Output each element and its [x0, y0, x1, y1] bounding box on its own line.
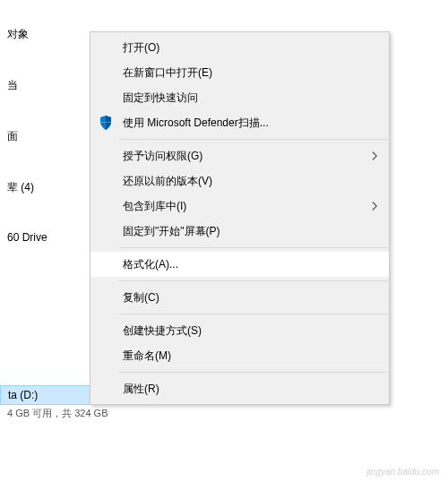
menu-item-label: 在新窗口中打开(E): [123, 65, 362, 81]
watermark: jingyan.baidu.com: [366, 467, 439, 477]
menu-item-label: 重命名(M): [123, 349, 362, 364]
chevron-right-icon: [372, 151, 378, 161]
menu-separator: [119, 372, 388, 373]
menu-separator: [119, 139, 388, 140]
menu-item[interactable]: 重命名(M): [90, 343, 389, 368]
menu-separator: [119, 247, 388, 248]
menu-item[interactable]: 创建快捷方式(S): [90, 318, 389, 343]
menu-separator: [119, 280, 388, 281]
menu-item[interactable]: 固定到快速访问: [90, 85, 389, 110]
context-menu: 打开(O)在新窗口中打开(E)固定到快速访问 使用 Microsoft Defe…: [90, 31, 390, 405]
menu-item[interactable]: 固定到"开始"屏幕(P): [90, 219, 389, 244]
menu-item-label: 固定到"开始"屏幕(P): [123, 224, 362, 239]
drive-storage-info: 4 GB 可用，共 324 GB: [0, 405, 202, 422]
shield-icon: [98, 115, 114, 131]
menu-item-label: 属性(R): [123, 382, 362, 397]
menu-item-label: 包含到库中(I): [123, 199, 362, 214]
menu-item-label: 固定到快速访问: [123, 90, 362, 106]
menu-item[interactable]: 属性(R): [90, 376, 389, 401]
menu-item[interactable]: 复制(C): [90, 285, 389, 310]
menu-item[interactable]: 使用 Microsoft Defender扫描...: [90, 110, 389, 135]
menu-separator: [119, 314, 388, 314]
menu-item[interactable]: 格式化(A)...: [90, 252, 389, 277]
menu-item-label: 格式化(A)...: [123, 257, 362, 272]
menu-item-label: 创建快捷方式(S): [123, 323, 362, 339]
menu-item-label: 复制(C): [123, 290, 362, 306]
svg-rect-0: [100, 122, 111, 123]
menu-item[interactable]: 授予访问权限(G): [90, 143, 389, 168]
menu-item[interactable]: 打开(O): [90, 35, 389, 60]
menu-item[interactable]: 在新窗口中打开(E): [90, 60, 389, 85]
menu-item[interactable]: 还原以前的版本(V): [90, 168, 389, 194]
chevron-right-icon: [372, 202, 378, 211]
menu-item[interactable]: 包含到库中(I): [90, 194, 389, 219]
menu-item-label: 授予访问权限(G): [123, 149, 362, 164]
menu-item-label: 使用 Microsoft Defender扫描...: [123, 116, 362, 131]
menu-item-label: 还原以前的版本(V): [123, 174, 362, 189]
menu-item-label: 打开(O): [123, 40, 362, 56]
